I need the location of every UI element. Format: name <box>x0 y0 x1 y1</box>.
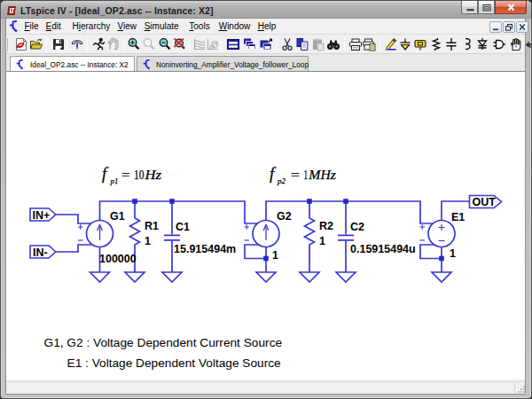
svg-text:f: f <box>270 165 277 183</box>
svg-text:IN+: IN+ <box>33 209 51 222</box>
svg-text:C1: C1 <box>176 221 190 233</box>
svg-text:0.15915494u: 0.15915494u <box>350 243 416 255</box>
svg-text:G1: G1 <box>110 210 125 223</box>
svg-text:1: 1 <box>450 247 456 260</box>
svg-text:=: = <box>121 168 130 182</box>
svg-text:G2: G2 <box>277 210 292 223</box>
svg-text:10: 10 <box>134 168 145 182</box>
svg-text:R1: R1 <box>145 220 159 232</box>
svg-text:G1, G2 : Voltage Dependent Cur: G1, G2 : Voltage Dependent Current Sourc… <box>44 336 283 349</box>
svg-text:1: 1 <box>319 235 325 247</box>
svg-text:=: = <box>291 168 300 182</box>
svg-text:p1: p1 <box>110 176 119 185</box>
svg-text:R2: R2 <box>319 220 333 232</box>
svg-text:p2: p2 <box>277 176 286 185</box>
svg-text:OUT: OUT <box>473 196 497 208</box>
svg-text:IN-: IN- <box>33 246 48 259</box>
svg-text:MHz: MHz <box>308 168 336 182</box>
svg-text:E1 : Voltage Dependent Voltage: E1 : Voltage Dependent Voltage Source <box>67 356 281 370</box>
svg-text:1: 1 <box>145 235 151 247</box>
svg-text:E1: E1 <box>451 211 465 223</box>
svg-text:Hz: Hz <box>144 168 161 182</box>
svg-text:1: 1 <box>272 249 278 262</box>
svg-text:1: 1 <box>304 168 309 182</box>
svg-text:C2: C2 <box>350 221 364 233</box>
svg-text:100000: 100000 <box>99 253 137 265</box>
svg-text:f: f <box>102 165 109 183</box>
svg-text:15.915494m: 15.915494m <box>174 243 236 255</box>
